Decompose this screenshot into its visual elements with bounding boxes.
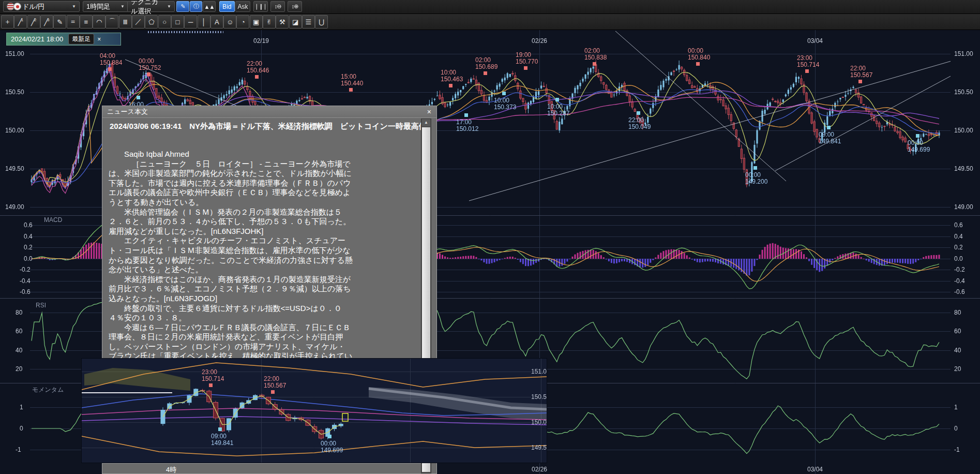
icon-stamp-tool-icon[interactable]: ☺ <box>223 15 236 28</box>
copy-tool-icon[interactable]: ▣ <box>250 15 263 28</box>
news-titlebar[interactable]: ニュース本文 × <box>102 106 436 118</box>
price-axis-label-left: 150.00 <box>5 127 24 134</box>
inset-swing-annotation: 09:00 149.841 <box>211 433 233 447</box>
inset-chart-window[interactable]: 151.0150.5150.0149.523:00 150.71422:00 1… <box>81 358 547 463</box>
rsi-axis-label-right: 60 <box>954 328 961 335</box>
symbol-dropdown[interactable]: ドル/円 ▼ <box>3 1 80 12</box>
drag-handle-dots[interactable] <box>148 31 223 33</box>
x-axis-date-label: 03/04 <box>807 37 823 45</box>
swing-annotation: 23:00 150.714 <box>797 55 819 68</box>
rsi-axis-label-left: 60 <box>16 328 22 335</box>
momentum-axis-label-left: 1 <box>20 404 23 411</box>
swing-marker-icon <box>827 126 831 129</box>
swing-marker-icon <box>147 72 150 76</box>
rsi-axis-label-left: 80 <box>16 309 22 316</box>
inset-price-label: 150.0 <box>531 419 547 426</box>
macd-axis-label-left: 0.0 <box>24 255 33 262</box>
quote-time: 4時 <box>166 465 176 474</box>
swing-marker-icon <box>108 67 112 71</box>
eraser-tool-icon[interactable]: ◪ <box>289 15 302 28</box>
price-axis-label-left: 149.50 <box>5 165 24 172</box>
trendline-2-tool-icon[interactable]: ╱2 <box>27 15 40 28</box>
price-axis-label-left: 150.50 <box>5 88 24 96</box>
trendline-3-tool-icon[interactable]: ╱3 <box>40 15 53 28</box>
price-axis-label-right: 149.00 <box>954 203 973 211</box>
x-axis-date-label: 02/19 <box>253 37 269 45</box>
timeframe-dropdown[interactable]: 1時間足 ▼ <box>83 1 128 12</box>
bid-button[interactable]: Bid <box>219 1 235 12</box>
swing-annotation: 04:00 150.884 <box>100 53 122 66</box>
swing-marker-icon <box>593 62 596 66</box>
macd-axis-label-left: -0.6 <box>20 288 31 295</box>
panel-title: モメンタム <box>32 386 64 394</box>
news-close-icon[interactable]: × <box>427 108 436 116</box>
time-zones-tool-icon[interactable]: Ⅲ <box>119 15 132 28</box>
pentagon-tool-icon[interactable]: ⬠ <box>145 15 158 28</box>
tag-datetime: 2024/02/21 18:00 <box>7 35 63 43</box>
inset-swing-marker-icon <box>218 427 222 431</box>
rsi-axis-label-right: 40 <box>954 347 961 354</box>
macd-axis-label-left: 0.4 <box>24 233 33 240</box>
technical-select-button[interactable]: テクニカル選択 ▼ <box>127 1 175 12</box>
macd-axis-label-left: -0.4 <box>20 277 31 285</box>
chevron-down-icon: ▼ <box>68 4 76 9</box>
zoom-in-icon[interactable]: ↕⊕ <box>288 1 302 12</box>
tag-close-icon[interactable]: × <box>97 36 101 43</box>
swing-annotation: 22:00 150.646 <box>247 61 269 74</box>
swing-annotation: 02:00 150.838 <box>584 48 607 61</box>
rectangle-tool-icon[interactable]: □ <box>171 15 184 28</box>
macd-axis-label-left: -0.2 <box>20 266 31 273</box>
price-axis-label-left: 149.00 <box>5 203 24 211</box>
circle-tool-icon[interactable]: ○ <box>158 15 171 28</box>
fan-lines-tool-icon[interactable]: ⌒ <box>105 15 118 28</box>
swing-annotation: 10:00 150.287 <box>547 103 569 117</box>
text-tool-icon[interactable]: A <box>210 15 223 28</box>
panel-title: RSI <box>36 302 46 309</box>
vertical-line-tool-icon[interactable]: │ <box>198 15 210 28</box>
swing-marker-icon <box>916 134 919 138</box>
price-axis-label-right: 149.50 <box>954 165 973 172</box>
info-icon[interactable]: ⓘ <box>190 1 202 12</box>
symbol-label: ドル/円 <box>22 2 44 11</box>
clock-tool-icon[interactable]: ◔ <box>236 15 249 28</box>
swing-annotation: 09:00 149.841 <box>819 131 841 145</box>
momentum-axis-label-left: -1 <box>16 446 21 453</box>
settings-list-tool-icon[interactable]: ☰ <box>302 15 315 28</box>
multi-lines-tool-icon[interactable]: ≡ <box>80 15 93 28</box>
gann-fan-tool-icon[interactable]: ／ <box>132 15 145 28</box>
zoom-out-icon[interactable]: ↕⊖ <box>270 1 285 12</box>
x-axis-date-label-bottom: 02/26 <box>532 466 547 473</box>
macd-axis-label-right: 0.4 <box>954 233 963 240</box>
swing-marker-icon <box>555 98 559 101</box>
parallel-lines-tool-icon[interactable]: ＝ <box>67 15 80 28</box>
momentum-axis-label-right: 1 <box>954 404 958 411</box>
crosshair-tool-icon[interactable]: ＋ <box>1 15 14 28</box>
rsi-axis-label-left: 40 <box>16 347 22 354</box>
swing-marker-icon <box>858 80 862 83</box>
scrollbar-up-icon[interactable]: ▲ <box>422 119 430 126</box>
swing-marker-icon <box>502 92 506 95</box>
wrench-tool-icon[interactable]: ⚒ <box>276 15 289 28</box>
latest-candle-button[interactable]: 最新足 <box>68 34 94 45</box>
hand-tool-icon[interactable]: ✌ <box>263 15 276 28</box>
pencil-line-tool-icon[interactable]: ✎ <box>53 15 66 28</box>
trendline-1-tool-icon[interactable]: ╱1 <box>14 15 27 28</box>
horizontal-line-tool-icon[interactable]: ─ <box>184 15 197 28</box>
drawing-toolbar: ＋╱1╱2╱3✎＝≡◠⌒Ⅲ／⬠○□─│A☺◔▣✌⚒◪☰⋃ <box>0 14 980 30</box>
magnet-tool-icon[interactable]: ⋃ <box>315 15 328 28</box>
macd-axis-label-right: 0.6 <box>954 221 963 229</box>
ask-button[interactable]: Ask <box>235 1 250 12</box>
swing-annotation: 15:00 150.440 <box>341 73 363 87</box>
candle-chart-icon[interactable]: ❘❙❘ <box>253 1 268 12</box>
macd-axis-label-left: 0.2 <box>24 244 33 251</box>
price-axis-label-right: 151.00 <box>954 50 973 57</box>
inset-chart-canvas[interactable] <box>82 359 547 463</box>
swing-annotation: 10:00 150.373 <box>494 97 516 111</box>
fibonacci-arc-tool-icon[interactable]: ◠ <box>93 15 105 28</box>
chevron-down-icon: ▼ <box>116 4 125 9</box>
mountain-chart-icon[interactable]: ▲▲ <box>203 1 216 12</box>
swing-marker-icon <box>137 96 140 99</box>
pencil-icon[interactable]: ✎ <box>176 1 189 12</box>
candle-timestamp-tag[interactable]: 2024/02/21 18:00 最新足 × <box>6 33 121 46</box>
rsi-axis-label-right: 80 <box>954 309 961 316</box>
